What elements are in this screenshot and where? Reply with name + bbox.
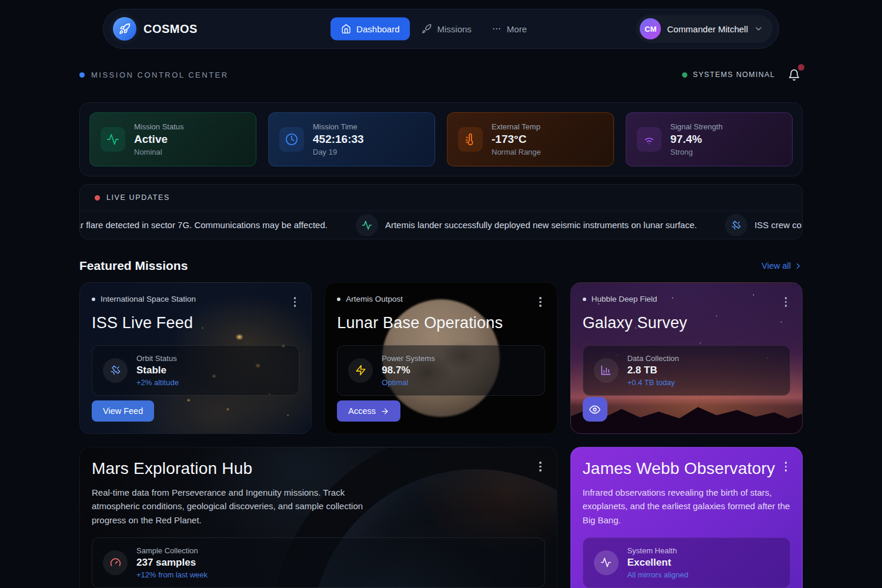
- mission-tag: Artemis Outpost: [337, 295, 403, 303]
- stat-label: System Health: [627, 546, 689, 555]
- mission-control-heading: MISSION CONTROL CENTER: [79, 71, 229, 79]
- stat-value: Excellent: [627, 557, 689, 569]
- stat-label: External Temp: [492, 122, 541, 131]
- lightning-icon: [348, 358, 373, 383]
- tab-more[interactable]: More: [483, 18, 535, 41]
- card-menu-button[interactable]: [781, 295, 791, 309]
- mission-title: ISS Live Feed: [92, 314, 299, 332]
- green-dot: [682, 72, 687, 78]
- satellite-icon: [725, 214, 747, 236]
- brand-group: COSMOS: [113, 17, 198, 41]
- stat-sub: Normal Range: [492, 148, 541, 156]
- tab-dashboard[interactable]: Dashboard: [330, 18, 410, 41]
- stat-card-mission-status: Mission Status Active Nominal: [89, 112, 256, 166]
- stat-sub: Optimal: [382, 378, 435, 387]
- stats-panel: Mission Status Active Nominal Mission Ti…: [79, 102, 803, 176]
- stat-value: 452:16:33: [313, 133, 364, 146]
- mission-stat-box: Sample Collection 237 samples +12% from …: [92, 537, 545, 588]
- home-icon: [341, 24, 351, 34]
- view-all-label: View all: [761, 261, 791, 270]
- stat-label: Power Systems: [382, 354, 435, 363]
- avatar: CM: [640, 18, 661, 39]
- view-all-link[interactable]: View all: [761, 261, 803, 270]
- ticker-item: Artemis lander successfully deployed new…: [356, 214, 697, 236]
- view-button[interactable]: [583, 397, 607, 422]
- tag-dot: [337, 298, 340, 301]
- stat-label: Mission Time: [313, 122, 364, 131]
- stat-label: Signal Strength: [670, 122, 723, 131]
- cosmos-dashboard: COSMOS Dashboard Missions More CM Comman…: [0, 9, 882, 588]
- stat-sub: +12% from last week: [136, 570, 208, 579]
- activity-icon: [101, 127, 125, 152]
- mission-tag-label: Hubble Deep Field: [592, 295, 657, 303]
- stat-sub: Strong: [670, 148, 723, 156]
- arrow-right-icon: [380, 407, 389, 416]
- section-title: Featured Missions: [79, 259, 188, 273]
- stat-sub: Nominal: [134, 148, 184, 156]
- mission-stat-box: System Health Excellent All mirrors alig…: [583, 537, 790, 588]
- tab-more-label: More: [507, 24, 527, 34]
- stat-label: Orbit Status: [136, 354, 179, 363]
- chevron-right-icon: [794, 262, 803, 270]
- tab-missions[interactable]: Missions: [414, 18, 480, 41]
- view-feed-button[interactable]: View Feed: [92, 400, 154, 422]
- tag-dot: [92, 298, 95, 301]
- card-menu-button[interactable]: [536, 295, 545, 309]
- ticker-text: ISS crew completes critical EVA repairs.: [754, 220, 802, 230]
- ticker-text: Solar flare detected in sector 7G. Commu…: [80, 220, 328, 230]
- mission-description: Infrared observations revealing the birt…: [583, 486, 790, 527]
- mission-title: Mars Exploration Hub: [92, 459, 252, 478]
- live-updates-panel: LIVE UPDATES Solar flare detected in sec…: [79, 184, 803, 239]
- tag-dot: [583, 298, 586, 301]
- rocket-icon: [422, 24, 432, 34]
- activity-icon: [356, 214, 378, 236]
- stat-label: Data Collection: [627, 354, 679, 363]
- mission-title: Lunar Base Operations: [337, 314, 544, 332]
- eye-icon: [589, 404, 600, 415]
- top-nav: COSMOS Dashboard Missions More CM Comman…: [103, 9, 779, 49]
- user-name: Commander Mitchell: [667, 24, 748, 34]
- wifi-icon: [637, 127, 662, 152]
- stat-label: Sample Collection: [136, 546, 208, 555]
- stat-card-mission-time: Mission Time 452:16:33 Day 19: [268, 112, 435, 166]
- primary-tabs: Dashboard Missions More: [330, 18, 535, 41]
- blue-dot: [79, 72, 85, 78]
- avatar-initials: CM: [644, 25, 656, 34]
- ellipsis-icon: [492, 24, 502, 34]
- live-updates-title: LIVE UPDATES: [106, 193, 170, 202]
- access-button[interactable]: Access: [337, 400, 400, 422]
- notifications-button[interactable]: [786, 66, 803, 83]
- featured-missions-header: Featured Missions View all: [79, 259, 803, 273]
- stat-value: 97.4%: [670, 133, 723, 146]
- mission-title: James Webb Observatory: [583, 459, 776, 478]
- mission-card-mars: Mars Exploration Hub Real-time data from…: [79, 447, 557, 588]
- rocket-logo-icon: [113, 17, 136, 41]
- red-dot: [95, 195, 100, 201]
- mission-description: Real-time data from Perseverance and Ing…: [92, 486, 389, 527]
- page-title: MISSION CONTROL CENTER: [91, 71, 229, 79]
- news-ticker: Solar flare detected in sector 7G. Commu…: [80, 211, 802, 239]
- card-menu-button[interactable]: [781, 459, 791, 474]
- stat-sub: +0.4 TB today: [627, 378, 679, 387]
- stat-value: 98.7%: [382, 365, 435, 376]
- brand-title: COSMOS: [143, 22, 198, 36]
- mission-card-iss: International Space Station ISS Live Fee…: [79, 282, 312, 434]
- satellite-icon: [103, 358, 128, 383]
- activity-icon: [594, 550, 619, 575]
- systems-status: SYSTEMS NOMINAL: [682, 71, 775, 79]
- stat-label: Mission Status: [134, 122, 184, 131]
- stat-card-signal-strength: Signal Strength 97.4% Strong: [626, 112, 793, 166]
- gauge-icon: [103, 550, 128, 575]
- ticker-item: ISS crew completes critical EVA repairs.: [725, 214, 802, 236]
- user-menu[interactable]: CM Commander Mitchell: [636, 15, 773, 43]
- stat-sub: All mirrors aligned: [627, 570, 689, 579]
- ticker-text: Artemis lander successfully deployed new…: [385, 220, 697, 230]
- tab-missions-label: Missions: [437, 24, 472, 34]
- button-label: Access: [348, 406, 376, 416]
- ticker-item: Solar flare detected in sector 7G. Commu…: [80, 214, 328, 236]
- card-menu-button[interactable]: [536, 459, 545, 474]
- card-menu-button[interactable]: [290, 295, 300, 309]
- bell-icon: [788, 69, 800, 81]
- tab-dashboard-label: Dashboard: [356, 24, 399, 34]
- notification-badge: [798, 64, 804, 71]
